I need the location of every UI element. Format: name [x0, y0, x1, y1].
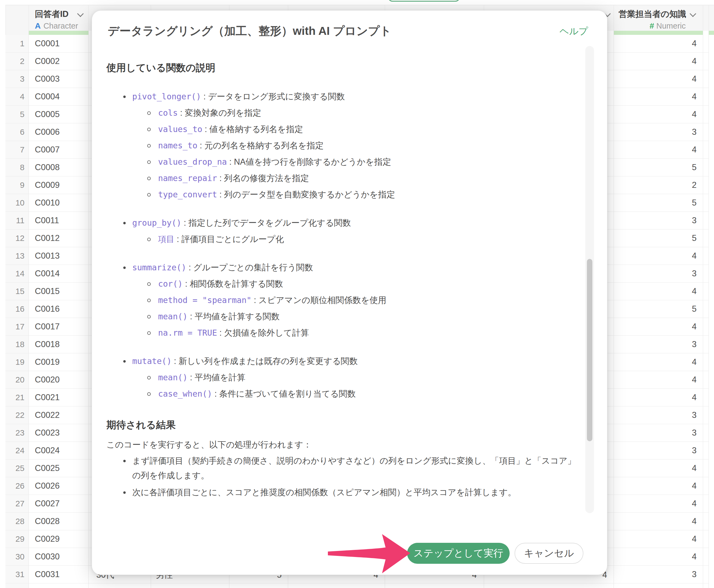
score-cell: 3 [613, 406, 703, 424]
row-number: 3 [5, 70, 28, 87]
respondent-id-cell: C0020 [35, 371, 60, 388]
respondent-id-cell: C0012 [35, 230, 60, 247]
function-item: pivot_longer()データをロング形式に変換する関数 cols変換対象の… [106, 90, 580, 201]
character-type-icon: A [35, 21, 41, 30]
argument-description: 元の列名を格納する列名を指定 [198, 141, 324, 150]
row-number: 11 [5, 212, 28, 229]
respondent-id-cell: C0027 [35, 495, 60, 512]
function-description: 指定した列でデータをグループ化する関数 [181, 218, 351, 228]
respondent-id-cell: C0002 [35, 52, 60, 70]
argument-list: cols変換対象の列を指定 values_to値を格納する列名を指定 names… [106, 106, 580, 201]
argument-bullet: cor()相関係数を計算する関数 [106, 277, 580, 291]
score-cell: 4 [613, 247, 703, 264]
argument-bullet: values_to値を格納する列名を指定 [106, 123, 580, 136]
function-item: mutate()新しい列を作成または既存の列を変更する関数 mean()平均値を… [106, 355, 580, 400]
row-number: 22 [5, 406, 28, 424]
function-list: pivot_longer()データをロング形式に変換する関数 cols変換対象の… [106, 90, 580, 400]
score-cell: 3 [613, 442, 703, 459]
argument-bullet: method = "spearman"スピアマンの順位相関係数を使用 [106, 294, 580, 307]
code-token: case_when() [158, 389, 212, 399]
score-cell: 3 [613, 336, 703, 353]
code-token: group_by() [132, 218, 181, 228]
column-type-character: ACharacter [35, 21, 78, 30]
score-cell: 2 [613, 176, 703, 193]
corner-cell [5, 31, 28, 35]
cancel-button[interactable]: キャンセル [515, 543, 583, 564]
annotation-arrow-icon [321, 528, 414, 577]
respondent-id-cell: C0026 [35, 477, 60, 495]
ai-prompt-dialog: データラングリング（加工、整形）with AI プロンプト ヘルプ 使用している… [92, 10, 607, 575]
result-bullet: 次に各評価項目ごとに、スコアと推奨度の相関係数（スピアマン相関）と平均スコアを計… [106, 485, 580, 500]
row-number: 8 [5, 159, 28, 176]
score-cell: 4 [613, 371, 703, 388]
score-cell: 4 [613, 353, 703, 371]
argument-description: 欠損値を除外して計算 [217, 328, 309, 338]
respondent-id-cell: C0009 [35, 176, 60, 193]
row-number: 19 [5, 353, 28, 371]
code-token: cor() [158, 279, 182, 289]
functions-section-heading: 使用している関数の説明 [106, 61, 580, 75]
argument-description: 変換対象の列を指定 [178, 108, 261, 118]
score-cell: 4 [613, 495, 703, 512]
row-number: 26 [5, 477, 28, 495]
score-cell: 4 [613, 530, 703, 547]
score-cell: 5 [613, 159, 703, 176]
column-header-sales-knowledge[interactable]: 営業担当者の知識 [613, 8, 686, 20]
score-cell: 3 [613, 212, 703, 229]
respondent-id-cell: C0015 [35, 282, 60, 300]
row-number: 4 [5, 88, 28, 105]
column-header-respondent-id[interactable]: 回答者ID [35, 8, 69, 20]
respondent-id-cell: C0016 [35, 300, 60, 317]
scrollbar-thumb[interactable] [587, 259, 592, 441]
function-bullet: summarize()グループごとの集計を行う関数 [106, 261, 580, 274]
partially-visible-toolbar-button[interactable] [388, 0, 460, 2]
argument-bullet: 項目評価項目ごとにグループ化 [106, 233, 580, 246]
respondent-id-cell: C0003 [35, 70, 60, 87]
help-link[interactable]: ヘルプ [560, 25, 588, 37]
code-token: cols [158, 108, 178, 118]
function-description: グループごとの集計を行う関数 [187, 263, 313, 272]
function-bullet: pivot_longer()データをロング形式に変換する関数 [106, 90, 580, 103]
dialog-scroll-content[interactable]: 使用している関数の説明 pivot_longer()データをロング形式に変換する… [106, 46, 580, 534]
respondent-id-cell: C0021 [35, 389, 60, 406]
green-distribution-bar [28, 31, 88, 35]
function-item: summarize()グループごとの集計を行う関数 cor()相関係数を計算する… [106, 261, 580, 339]
argument-description: 評価項目ごとにグループ化 [174, 234, 284, 244]
results-section-heading: 期待される結果 [106, 418, 580, 432]
row-number: 9 [5, 176, 28, 193]
score-cell: 4 [613, 318, 703, 335]
score-cell: 3 [613, 123, 703, 141]
respondent-id-cell: C0011 [35, 212, 59, 229]
score-cell: 4 [613, 106, 703, 123]
respondent-id-cell: C0008 [35, 159, 60, 176]
score-cell: 4 [613, 512, 703, 530]
score-cell: 4 [613, 141, 703, 158]
score-cell: 4 [613, 70, 703, 87]
respondent-id-cell: C0014 [35, 265, 60, 282]
respondent-id-cell: C0017 [35, 318, 60, 335]
argument-bullet: values_drop_naNA値を持つ行を削除するかどうかを指定 [106, 155, 580, 168]
respondent-id-cell: C0025 [35, 460, 60, 477]
numeric-type-icon: # [650, 21, 654, 30]
code-token: 項目 [158, 234, 174, 244]
green-distribution-bar [613, 31, 703, 35]
respondent-id-cell: C0005 [35, 106, 60, 123]
row-number: 12 [5, 230, 28, 247]
argument-bullet: na.rm = TRUE欠損値を除外して計算 [106, 327, 580, 339]
run-as-step-button[interactable]: ステップとして実行 [407, 543, 510, 564]
code-token: na.rm = TRUE [158, 328, 217, 338]
code-token: mutate() [132, 356, 172, 366]
row-number: 1 [5, 35, 28, 52]
row-number: 29 [5, 530, 28, 547]
score-cell: 5 [613, 230, 703, 247]
respondent-id-cell: C0006 [35, 123, 60, 141]
code-token: values_to [158, 124, 202, 134]
function-bullet: mutate()新しい列を作成または既存の列を変更する関数 [106, 355, 580, 368]
argument-bullet: case_when()条件に基づいて値を割り当てる関数 [106, 387, 580, 400]
row-number: 5 [5, 106, 28, 123]
argument-description: 条件に基づいて値を割り当てる関数 [212, 389, 356, 399]
code-token: mean() [158, 373, 188, 382]
column-type-numeric: #Numeric [613, 21, 686, 30]
respondent-id-cell: C0028 [35, 512, 60, 530]
argument-list: 項目評価項目ごとにグループ化 [106, 233, 580, 246]
